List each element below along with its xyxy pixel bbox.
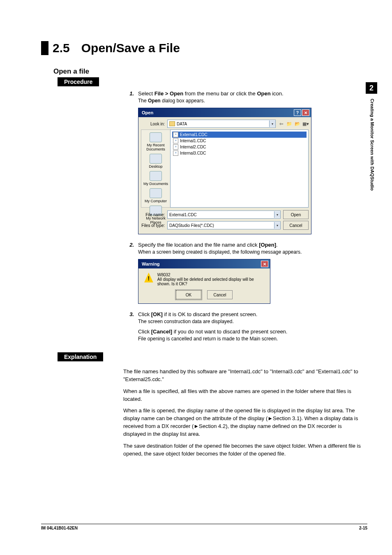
new-folder-icon[interactable]: 📂 [295, 121, 300, 127]
step-number: 2. [123, 242, 134, 255]
chevron-down-icon[interactable]: ▾ [269, 120, 275, 127]
lookin-value: DATA [177, 122, 269, 126]
place-label: My Computer [145, 199, 167, 203]
file-icon: ≡ [173, 138, 178, 143]
file-name: External1.CDC [180, 132, 208, 137]
list-item[interactable]: ≡Internal3.CDC [172, 150, 307, 156]
step-number: 1. [123, 90, 134, 104]
filetype-value: DAQStudio Files(*.CDC) [169, 223, 274, 228]
mycomputer-icon [150, 188, 162, 198]
list-item[interactable]: ≡Internal2.CDC [172, 144, 307, 150]
filename-input[interactable]: External1.CDC ▾ [167, 210, 281, 219]
step-text: if you do not want to discard the presen… [172, 328, 287, 335]
file-icon: ≡ [173, 144, 178, 150]
folder-icon [169, 121, 175, 126]
section-heading: 2.5 Open/Save a File [41, 41, 367, 55]
file-name: Internal3.CDC [180, 151, 206, 155]
heading-bar [41, 41, 48, 55]
places-bar: My Recent Documents Desktop My Documents… [141, 130, 170, 208]
step-text: from the menu bar or click the [183, 90, 257, 97]
step-text: Specify the file location and the file n… [138, 242, 259, 248]
file-name: Internal1.CDC [180, 139, 206, 143]
dialog-titlebar: Warning ✕ [138, 259, 270, 268]
filename-label: File name: [141, 213, 165, 217]
icon-name: Open [257, 90, 270, 97]
place-label: My Recent Documents [146, 143, 165, 151]
recent-icon [150, 132, 162, 142]
back-icon[interactable]: ⇦ [278, 121, 284, 127]
step-1: 1. Select File > Open from the menu bar … [123, 90, 363, 104]
button-ref: [Cancel] [151, 328, 172, 335]
lookin-label: Look in: [141, 122, 165, 126]
file-icon: ≡ [173, 150, 178, 156]
step-detail: Open [148, 98, 161, 104]
button-ref: [Open] [259, 242, 276, 248]
dialog-titlebar: Open ? ✕ [138, 108, 311, 117]
chevron-down-icon[interactable]: ▾ [274, 211, 280, 218]
section-number: 2.5 [53, 41, 70, 55]
open-dialog: Open ? ✕ Look in: DATA ▾ [138, 108, 311, 234]
explanation-text: The save destination folder of the opene… [123, 442, 363, 458]
step-detail: File opening is cancelled and return is … [138, 336, 363, 342]
step-3: 3. Click [OK] if it is OK to discard the… [123, 311, 363, 342]
file-list[interactable]: ≡External1.CDC ≡Internal1.CDC ≡Internal2… [170, 130, 309, 208]
step-detail: The screen construction data are display… [138, 319, 363, 324]
list-item[interactable]: ≡Internal1.CDC [172, 138, 307, 144]
step-text: icon. [271, 90, 284, 97]
step-text: Select [138, 90, 154, 97]
list-item[interactable]: ≡External1.CDC [172, 132, 307, 138]
filename-value: External1.CDC [169, 213, 274, 217]
explanation-text: The file names handled by this software … [123, 368, 363, 384]
ok-button[interactable]: OK [176, 290, 201, 299]
step-2: 2. Specify the file location and the fil… [123, 242, 363, 255]
desktop-icon [150, 154, 162, 164]
explanation-text: When a file is specified, all files with… [123, 388, 363, 403]
footer-page-number: 2-15 [359, 526, 367, 530]
dialog-title: Warning [142, 261, 160, 266]
step-text: . [276, 242, 278, 248]
step-detail: When a screen being created is displayed… [138, 249, 363, 255]
step-text: Click [138, 311, 151, 317]
chevron-down-icon[interactable]: ▾ [274, 222, 280, 229]
warning-message: All display will be deleted and selected… [157, 277, 264, 286]
footer-doc-id: IM 04L41B01-62EN [41, 526, 78, 530]
place-label: Desktop [149, 164, 162, 169]
close-icon[interactable]: ✕ [261, 261, 268, 267]
page-footer: IM 04L41B01-62EN 2-15 [41, 524, 367, 530]
step-detail: The [138, 98, 148, 104]
lookin-dropdown[interactable]: DATA ▾ [167, 120, 276, 128]
place-label: My Documents [143, 182, 168, 186]
warning-dialog: Warning ✕ W8032 All display will be dele… [138, 259, 270, 304]
place-mydocs[interactable]: My Documents [143, 171, 168, 186]
place-mycomputer[interactable]: My Computer [145, 188, 167, 203]
filetype-dropdown[interactable]: DAQStudio Files(*.CDC) ▾ [167, 221, 281, 229]
explanation-text: When a file is opened, the display name … [123, 407, 363, 438]
menu-path: File > Open [154, 90, 183, 97]
button-ref: [OK] [151, 311, 163, 317]
mydocs-icon [150, 171, 162, 181]
open-button[interactable]: Open [283, 210, 309, 219]
dialog-title: Open [142, 110, 153, 115]
file-name: Internal2.CDC [180, 145, 206, 149]
warning-code: W8032 [157, 273, 264, 277]
place-desktop[interactable]: Desktop [149, 154, 162, 169]
subhead-open-file: Open a file [53, 67, 367, 76]
cancel-button[interactable]: Cancel [283, 221, 309, 230]
step-text: if it is OK to discard the present scree… [163, 311, 258, 317]
procedure-label: Procedure [58, 77, 99, 86]
explanation-label: Explanation [58, 352, 103, 361]
step-text: Click [138, 328, 151, 335]
step-number: 3. [123, 311, 134, 342]
file-icon: ≡ [173, 132, 178, 137]
views-icon[interactable]: ▦▾ [303, 121, 309, 127]
section-title: Open/Save a File [81, 41, 180, 55]
toolbar-icons: ⇦ 📁 📂 ▦▾ [278, 121, 309, 127]
close-icon[interactable]: ✕ [302, 109, 309, 116]
place-recent[interactable]: My Recent Documents [141, 132, 170, 151]
step-detail: dialog box appears. [161, 98, 205, 104]
help-icon[interactable]: ? [294, 109, 301, 116]
cancel-button[interactable]: Cancel [207, 290, 233, 299]
filetype-label: Files of type: [141, 223, 165, 228]
warning-icon [144, 273, 153, 282]
up-folder-icon[interactable]: 📁 [286, 121, 292, 127]
